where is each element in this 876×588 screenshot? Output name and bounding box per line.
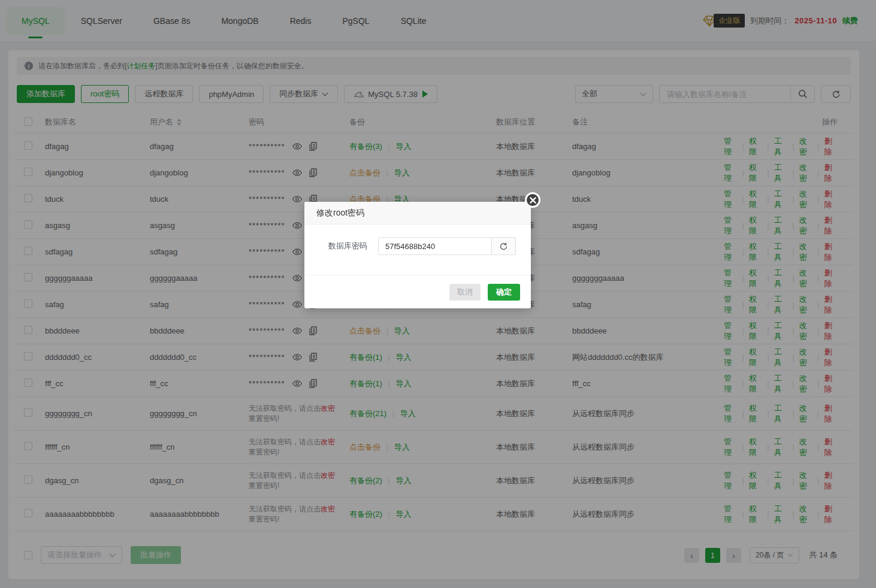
root-password-input[interactable] xyxy=(378,237,492,255)
confirm-button[interactable]: 确定 xyxy=(488,284,520,301)
password-field-label: 数据库密码 xyxy=(328,241,367,251)
root-password-modal: 修改root密码 数据库密码 取消 确定 xyxy=(304,202,531,308)
modal-title: 修改root密码 xyxy=(304,202,531,225)
cancel-button[interactable]: 取消 xyxy=(449,284,481,301)
close-icon[interactable] xyxy=(525,192,540,208)
generate-password-icon[interactable] xyxy=(492,237,516,255)
